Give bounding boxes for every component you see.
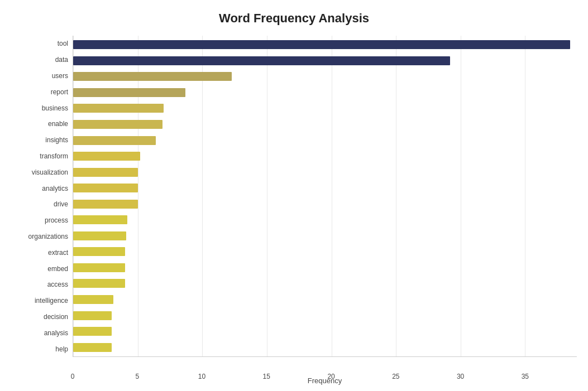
bar-visualization <box>73 168 138 177</box>
y-axis-label-tool: tool <box>58 37 68 50</box>
bar-row-users <box>73 70 577 83</box>
bar-row-access <box>73 277 577 289</box>
bar-users <box>73 72 232 81</box>
y-axis-label-users: users <box>52 70 68 82</box>
y-axis-label-enable: enable <box>48 118 68 130</box>
bar-embed <box>73 263 125 272</box>
bar-row-data <box>73 55 577 67</box>
bar-help <box>73 343 112 352</box>
bar-business <box>73 104 164 113</box>
y-axis-label-data: data <box>55 54 68 66</box>
bar-report <box>73 88 185 97</box>
y-axis-label-report: report <box>51 86 68 98</box>
y-axis-label-organizations: organizations <box>28 230 68 243</box>
y-axis-label-embed: embed <box>47 263 68 275</box>
bar-row-process <box>73 214 577 226</box>
bar-row-insights <box>73 134 577 147</box>
y-axis-label-analysis: analysis <box>44 327 68 339</box>
bar-access <box>73 279 125 288</box>
chart-title: Word Frequency Analysis <box>11 11 577 26</box>
bar-tool <box>73 40 570 49</box>
bar-organizations <box>73 231 126 240</box>
bar-row-organizations <box>73 230 577 242</box>
bar-row-help <box>73 341 577 354</box>
y-axis-label-business: business <box>42 102 68 114</box>
chart-container: Word Frequency Analysis tooldatausersrep… <box>0 0 588 391</box>
bar-analysis <box>73 327 112 336</box>
bar-row-embed <box>73 262 577 274</box>
bar-row-tool <box>73 38 577 51</box>
bar-row-enable <box>73 118 577 131</box>
bar-row-analytics <box>73 182 577 194</box>
bar-process <box>73 215 127 224</box>
y-axis-label-help: help <box>55 343 68 355</box>
bar-analytics <box>73 184 138 192</box>
bar-row-decision <box>73 310 577 322</box>
plot-area <box>73 36 577 357</box>
bar-row-extract <box>73 245 577 258</box>
bar-row-intelligence <box>73 293 577 306</box>
bar-decision <box>73 311 112 320</box>
y-axis-label-visualization: visualization <box>32 166 68 178</box>
y-axis-label-transform: transform <box>40 150 68 162</box>
bar-intelligence <box>73 295 113 304</box>
bar-drive <box>73 200 138 209</box>
y-axis-label-extract: extract <box>48 247 68 259</box>
bar-row-business <box>73 102 577 114</box>
y-axis-label-intelligence: intelligence <box>35 295 68 307</box>
bar-insights <box>73 136 156 145</box>
y-axis-label-analytics: analytics <box>42 182 68 195</box>
bar-row-report <box>73 86 577 99</box>
y-axis-labels: tooldatausersreportbusinessenableinsight… <box>11 36 73 357</box>
bar-data <box>73 56 450 65</box>
bar-extract <box>73 247 125 256</box>
bar-transform <box>73 152 140 161</box>
y-axis-label-drive: drive <box>54 198 68 210</box>
y-axis-label-insights: insights <box>45 134 68 146</box>
y-axis-label-access: access <box>47 278 68 291</box>
y-axis-label-decision: decision <box>44 311 68 323</box>
bar-row-drive <box>73 198 577 210</box>
bar-row-visualization <box>73 166 577 178</box>
x-axis-label: Frequency <box>73 376 577 385</box>
y-axis-label-process: process <box>45 214 68 226</box>
bar-row-transform <box>73 150 577 162</box>
bar-row-analysis <box>73 325 577 337</box>
bar-enable <box>73 120 162 129</box>
